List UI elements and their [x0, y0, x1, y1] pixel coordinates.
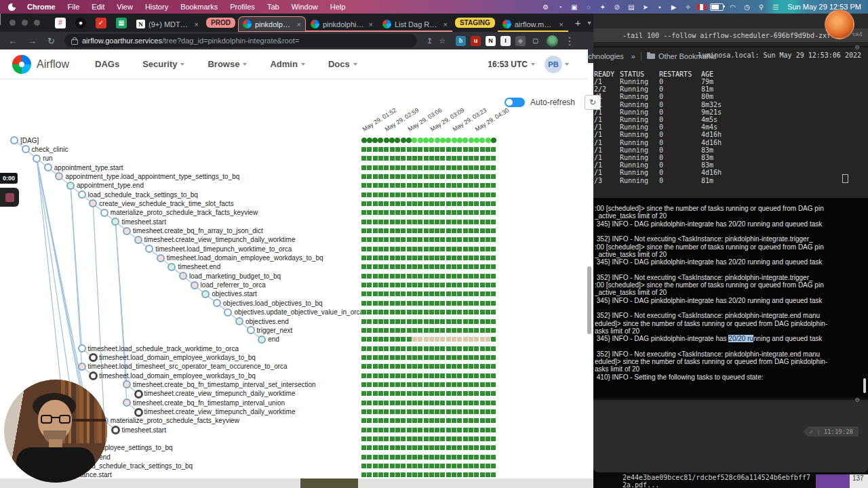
task-instance-square[interactable] [407, 201, 412, 206]
task-label[interactable]: materialize_proto_schedule_track_facts_k… [111, 209, 258, 216]
task-instance-square[interactable] [435, 346, 439, 351]
task-instance-square[interactable] [424, 264, 429, 269]
task-instance-square[interactable] [491, 401, 496, 405]
task-instance-square[interactable] [390, 455, 395, 460]
task-instance-square[interactable] [486, 382, 490, 387]
task-instance-square[interactable] [390, 337, 395, 342]
task-instance-square[interactable] [457, 310, 462, 314]
task-instance-square[interactable] [457, 382, 462, 387]
task-instance-square[interactable] [440, 192, 445, 197]
task-instance-square[interactable] [378, 274, 383, 279]
task-instance-square[interactable] [373, 391, 378, 396]
dag-run-circle[interactable] [435, 138, 440, 143]
task-instance-square[interactable] [378, 310, 383, 314]
task-instance-square[interactable] [457, 418, 462, 423]
task-label[interactable]: mployee_settings_to_bq [99, 444, 172, 451]
task-label[interactable]: objectives.load_objectives_to_bq [223, 300, 323, 307]
task-instance-square[interactable] [440, 147, 445, 152]
task-instance-square[interactable] [463, 210, 468, 215]
task-instance-square[interactable] [418, 201, 422, 206]
task-instance-square[interactable] [367, 409, 372, 414]
task-instance-square[interactable] [452, 147, 456, 152]
task-instance-square[interactable] [401, 428, 406, 432]
task-instance-square[interactable] [378, 382, 383, 387]
task-instance-square[interactable] [412, 283, 417, 287]
task-instance-square[interactable] [457, 291, 462, 296]
task-instance-square[interactable] [446, 337, 451, 342]
bluetooth-icon[interactable]: ✧ [683, 3, 693, 11]
task-instance-square[interactable] [378, 472, 383, 477]
task-instance-square[interactable] [463, 401, 468, 405]
task-instance-square[interactable] [424, 409, 429, 414]
task-instance-square[interactable] [395, 220, 400, 224]
task-instance-square[interactable] [429, 418, 434, 423]
task-instance-square[interactable] [424, 210, 429, 215]
task-label[interactable]: trigger_next [257, 327, 293, 334]
task-instance-square[interactable] [440, 283, 445, 287]
task-instance-square[interactable] [435, 337, 439, 342]
task-instance-square[interactable] [378, 301, 383, 306]
task-instance-square[interactable] [491, 445, 496, 450]
task-instance-square[interactable] [367, 310, 372, 314]
task-instance-square[interactable] [367, 147, 372, 152]
task-instance-square[interactable] [486, 174, 490, 179]
task-instance-square[interactable] [384, 274, 389, 279]
task-label[interactable]: timesheet.start [121, 426, 166, 434]
task-instance-square[interactable] [424, 319, 429, 324]
task-instance-square[interactable] [418, 228, 422, 233]
task-instance-square[interactable] [395, 210, 400, 215]
task-label[interactable]: timesheet.create_bq_fn_timestamp_interva… [133, 381, 316, 388]
task-instance-square[interactable] [390, 301, 395, 306]
task-instance-square[interactable] [474, 428, 479, 432]
task-instance-square[interactable] [395, 464, 400, 468]
task-instance-square[interactable] [429, 283, 434, 287]
task-instance-square[interactable] [367, 228, 372, 233]
task-instance-square[interactable] [407, 436, 412, 441]
task-instance-square[interactable] [401, 274, 406, 279]
task-instance-square[interactable] [435, 264, 439, 269]
task-instance-square[interactable] [486, 328, 490, 333]
task-instance-square[interactable] [452, 247, 456, 251]
task-instance-square[interactable] [378, 373, 383, 378]
task-instance-square[interactable] [452, 401, 456, 405]
task-instance-square[interactable] [361, 428, 366, 432]
task-instance-square[interactable] [424, 464, 429, 468]
time-machine-icon[interactable]: ◷ [742, 3, 752, 11]
task-instance-square[interactable] [367, 436, 372, 441]
task-instance-square[interactable] [480, 436, 485, 441]
task-instance-square[interactable] [435, 319, 439, 324]
dag-run-circle[interactable] [469, 138, 474, 143]
task-label[interactable]: timesheet.load_timesheet_src_operator_te… [88, 363, 288, 370]
task-instance-square[interactable] [373, 256, 378, 260]
task-instance-square[interactable] [390, 445, 395, 450]
task-instance-square[interactable] [429, 165, 434, 170]
task-instance-square[interactable] [384, 445, 389, 450]
task-instance-square[interactable] [373, 328, 378, 333]
pane-separator[interactable] [593, 399, 868, 400]
task-instance-square[interactable] [452, 183, 456, 188]
task-instance-square[interactable] [361, 283, 366, 287]
task-node[interactable] [157, 254, 165, 262]
task-label[interactable]: materialize_proto_schedule_facts_keyview [111, 417, 239, 424]
task-instance-square[interactable] [401, 183, 406, 188]
task-instance-square[interactable] [373, 183, 378, 188]
task-node[interactable] [235, 317, 243, 325]
task-node[interactable] [191, 281, 199, 289]
task-instance-square[interactable] [491, 373, 496, 378]
task-instance-square[interactable] [429, 436, 434, 441]
task-instance-square[interactable] [367, 210, 372, 215]
task-instance-square[interactable] [395, 301, 400, 306]
task-instance-square[interactable] [412, 382, 417, 387]
task-instance-square[interactable] [440, 247, 445, 251]
task-instance-square[interactable] [407, 455, 412, 460]
task-instance-square[interactable] [384, 409, 389, 414]
task-node[interactable] [167, 263, 176, 271]
task-instance-square[interactable] [440, 237, 445, 242]
task-instance-square[interactable] [418, 391, 422, 396]
task-instance-square[interactable] [361, 319, 366, 324]
task-instance-square[interactable] [469, 328, 473, 333]
task-instance-square[interactable] [440, 355, 445, 360]
task-instance-square[interactable] [361, 346, 366, 351]
task-instance-square[interactable] [373, 174, 378, 179]
task-instance-square[interactable] [424, 328, 429, 333]
